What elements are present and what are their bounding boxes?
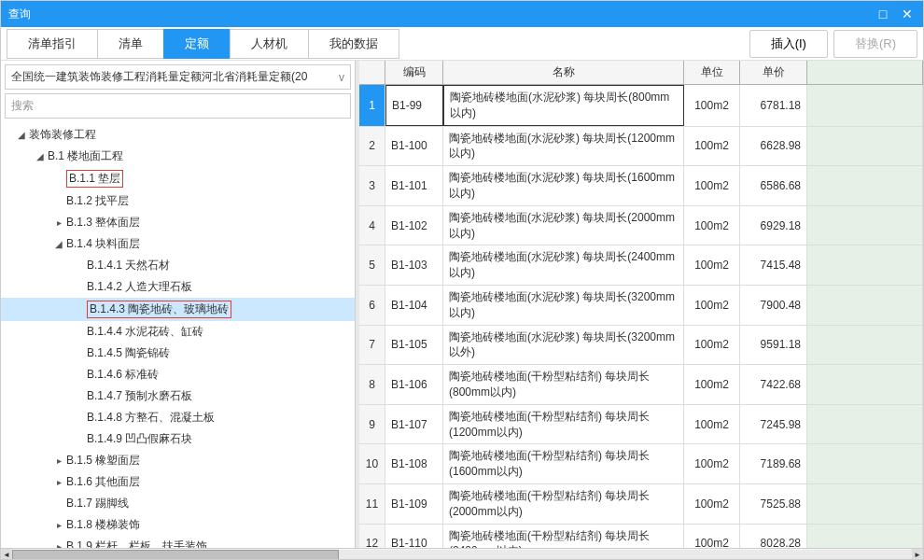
chevron-right-icon[interactable]: ▸: [53, 520, 64, 530]
scroll-left-icon[interactable]: ◄: [1, 549, 12, 560]
cell-n: 6: [359, 286, 385, 325]
tree-node[interactable]: ◢B.1 楼地面工程: [1, 146, 355, 167]
cell-n: 8: [359, 365, 385, 404]
grid-body[interactable]: 1B1-99陶瓷地砖楼地面(水泥砂浆) 每块周长(800mm以内)100m267…: [359, 85, 923, 548]
table-row[interactable]: 6B1-104陶瓷地砖楼地面(水泥砂浆) 每块周长(3200mm以内)100m2…: [359, 286, 923, 326]
chevron-right-icon[interactable]: ▸: [53, 541, 64, 548]
table-row[interactable]: 11B1-109陶瓷地砖楼地面(干粉型粘结剂) 每块周长(2000mm以内)10…: [359, 484, 923, 525]
tree-node[interactable]: B.1.1 垫层: [1, 167, 355, 190]
cell-name: 陶瓷地砖楼地面(干粉型粘结剂) 每块周长(800mm以内): [443, 365, 684, 404]
cell-price: 7900.48: [740, 286, 807, 325]
table-row[interactable]: 5B1-103陶瓷地砖楼地面(水泥砂浆) 每块周长(2400mm以内)100m2…: [359, 245, 923, 286]
tab-bar: 清单指引清单定额人材机我的数据: [7, 29, 399, 59]
table-row[interactable]: 4B1-102陶瓷地砖楼地面(水泥砂浆) 每块周长(2000mm以内)100m2…: [359, 206, 923, 246]
tree-node[interactable]: B.1.2 找平层: [1, 190, 355, 212]
table-row[interactable]: 9B1-107陶瓷地砖楼地面(干粉型粘结剂) 每块周长(1200mm以内)100…: [359, 405, 923, 445]
cell-name: 陶瓷地砖楼地面(水泥砂浆) 每块周长(1600mm以内): [443, 166, 684, 205]
cell-unit: 100m2: [684, 525, 740, 548]
col-header-code[interactable]: 编码: [385, 61, 443, 84]
tree-label: B.1.2 找平层: [66, 193, 129, 209]
col-header-num: [359, 61, 385, 84]
cell-price: 8028.28: [740, 525, 807, 548]
table-row[interactable]: 2B1-100陶瓷地砖楼地面(水泥砂浆) 每块周长(1200mm以内)100m2…: [359, 127, 923, 167]
table-row[interactable]: 3B1-101陶瓷地砖楼地面(水泥砂浆) 每块周长(1600mm以内)100m2…: [359, 166, 923, 206]
tree-label: B.1.4.6 标准砖: [87, 367, 159, 383]
chevron-right-icon[interactable]: ▸: [53, 477, 64, 487]
cell-n: 11: [359, 484, 385, 524]
scroll-right-icon[interactable]: ►: [912, 549, 923, 560]
cell-unit: 100m2: [684, 444, 740, 483]
tree-node[interactable]: B.1.4.9 凹凸假麻石块: [1, 428, 355, 450]
cell-code: B1-109: [385, 484, 443, 524]
cell-name: 陶瓷地砖楼地面(干粉型粘结剂) 每块周长(2000mm以内): [443, 484, 684, 524]
minimize-icon[interactable]: □: [875, 6, 891, 22]
tab-2[interactable]: 定额: [163, 29, 230, 59]
cell-n: 9: [359, 405, 385, 444]
tree-node[interactable]: B.1.4.8 方整石、混凝土板: [1, 407, 355, 428]
scroll-thumb[interactable]: [12, 550, 339, 560]
tree-label: B.1.3 整体面层: [66, 215, 140, 231]
cell-code: B1-106: [385, 365, 443, 404]
tree-node[interactable]: ◢B.1.4 块料面层: [1, 233, 355, 255]
col-header-price[interactable]: 单价: [740, 61, 807, 84]
collapse-icon[interactable]: ◢: [53, 239, 64, 249]
horizontal-scrollbar[interactable]: ◄ ►: [1, 548, 923, 560]
cell-code: B1-101: [385, 166, 443, 205]
cell-name: 陶瓷地砖楼地面(水泥砂浆) 每块周长(3200mm以内): [443, 286, 684, 325]
tree-label: B.1.1 垫层: [66, 170, 123, 188]
tab-0[interactable]: 清单指引: [7, 29, 97, 59]
tree-label: B.1.4.9 凹凸假麻石块: [87, 431, 192, 447]
search-input[interactable]: 搜索: [5, 93, 351, 119]
table-row[interactable]: 12B1-110陶瓷地砖楼地面(干粉型粘结剂) 每块周长(2400mm以内)10…: [359, 525, 923, 548]
cell-name: 陶瓷地砖楼地面(水泥砂浆) 每块周长(2000mm以内): [443, 206, 684, 245]
tree-node[interactable]: B.1.7 踢脚线: [1, 493, 355, 514]
tree-node[interactable]: ▸B.1.5 橡塑面层: [1, 450, 355, 471]
tree-label: 装饰装修工程: [29, 127, 96, 143]
table-row[interactable]: 7B1-105陶瓷地砖楼地面(水泥砂浆) 每块周长(3200mm以外)100m2…: [359, 326, 923, 366]
cell-unit: 100m2: [684, 326, 740, 365]
tree-node[interactable]: B.1.4.7 预制水磨石板: [1, 385, 355, 407]
tab-3[interactable]: 人材机: [230, 29, 308, 59]
tree-node[interactable]: B.1.4.2 人造大理石板: [1, 276, 355, 298]
tab-1[interactable]: 清单: [97, 29, 163, 59]
toolbar: 清单指引清单定额人材机我的数据 插入(I) 替换(R): [1, 27, 923, 61]
cell-code: B1-108: [385, 444, 443, 483]
cell-price: 7415.48: [740, 245, 807, 285]
table-row[interactable]: 8B1-106陶瓷地砖楼地面(干粉型粘结剂) 每块周长(800mm以内)100m…: [359, 365, 923, 405]
table-row[interactable]: 10B1-108陶瓷地砖楼地面(干粉型粘结剂) 每块周长(1600mm以内)10…: [359, 444, 923, 484]
close-icon[interactable]: ✕: [899, 6, 916, 22]
cell-price: 6781.18: [740, 85, 807, 126]
cell-code: B1-104: [385, 286, 443, 325]
tree-node[interactable]: B.1.4.1 天然石材: [1, 255, 355, 276]
tree-node[interactable]: ▸B.1.3 整体面层: [1, 212, 355, 233]
catalog-dropdown[interactable]: 全国统一建筑装饰装修工程消耗量定额河北省消耗量定额(20 v: [5, 64, 351, 90]
cell-unit: 100m2: [684, 484, 740, 524]
cell-unit: 100m2: [684, 85, 740, 126]
tab-4[interactable]: 我的数据: [308, 29, 399, 59]
tree-node[interactable]: ▸B.1.6 其他面层: [1, 471, 355, 493]
cell-unit: 100m2: [684, 127, 740, 166]
collapse-icon[interactable]: ◢: [35, 151, 46, 161]
tree-node[interactable]: B.1.4.4 水泥花砖、缸砖: [1, 321, 355, 343]
replace-button[interactable]: 替换(R): [833, 30, 917, 58]
insert-button[interactable]: 插入(I): [749, 30, 828, 58]
tree-label: B.1.5 橡塑面层: [66, 453, 140, 469]
tree-label: B.1 楼地面工程: [48, 148, 123, 164]
tree-node[interactable]: B.1.4.3 陶瓷地砖、玻璃地砖: [1, 298, 355, 321]
table-row[interactable]: 1B1-99陶瓷地砖楼地面(水泥砂浆) 每块周长(800mm以内)100m267…: [359, 85, 923, 127]
cell-unit: 100m2: [684, 405, 740, 444]
cell-unit: 100m2: [684, 365, 740, 404]
tree-node[interactable]: B.1.4.6 标准砖: [1, 364, 355, 385]
cell-n: 4: [359, 206, 385, 245]
cell-unit: 100m2: [684, 166, 740, 205]
col-header-name[interactable]: 名称: [443, 61, 684, 84]
tree: ◢装饰装修工程◢B.1 楼地面工程B.1.1 垫层B.1.2 找平层▸B.1.3…: [1, 122, 355, 548]
chevron-right-icon[interactable]: ▸: [53, 217, 64, 228]
col-header-unit[interactable]: 单位: [684, 61, 740, 84]
tree-node[interactable]: ▸B.1.9 栏杆、栏板、扶手装饰: [1, 536, 355, 548]
tree-node[interactable]: ◢装饰装修工程: [1, 124, 355, 146]
tree-node[interactable]: B.1.4.5 陶瓷锦砖: [1, 343, 355, 364]
collapse-icon[interactable]: ◢: [16, 130, 27, 140]
chevron-right-icon[interactable]: ▸: [53, 455, 64, 466]
tree-node[interactable]: ▸B.1.8 楼梯装饰: [1, 514, 355, 536]
